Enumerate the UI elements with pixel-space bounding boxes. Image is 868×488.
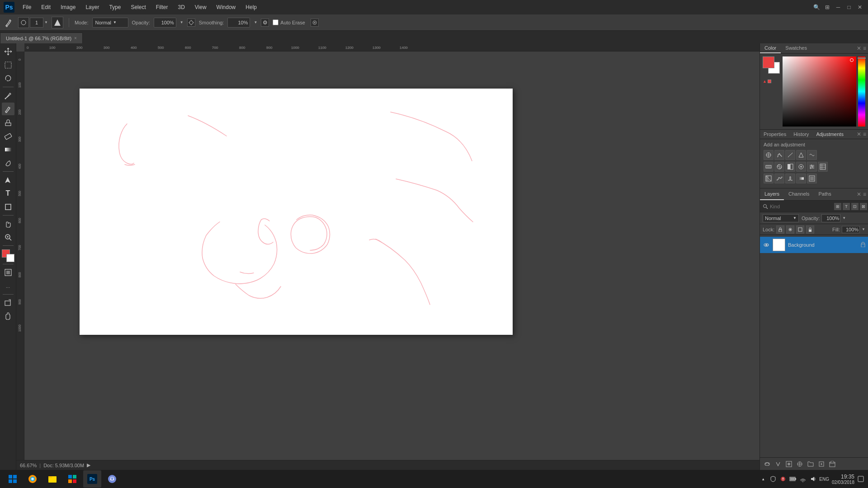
systray-lang[interactable]: ENG [819,477,829,482]
canvas-scroll-area[interactable] [24,52,760,470]
eraser-tool[interactable] [2,130,14,142]
layer-eye-background[interactable] [763,241,770,249]
canvas-document[interactable] [80,89,513,335]
layer-mask-btn[interactable] [784,460,793,469]
arrange-icon[interactable]: ⊞ [823,3,832,12]
layers-tab-layers[interactable]: Layers [760,188,784,200]
lasso-tool[interactable] [2,72,14,85]
rotate-view-btn[interactable] [2,296,14,309]
color-gradient-picker[interactable] [783,56,865,127]
opacity-chevron[interactable]: ▼ [180,20,184,24]
swatches-tab[interactable]: Swatches [781,43,811,53]
pen-tool[interactable] [2,89,14,102]
adj-levels[interactable] [774,150,784,160]
menu-view[interactable]: View [190,2,211,12]
smoothing-input[interactable] [227,18,250,28]
brush-size-input[interactable] [30,18,43,28]
menu-help[interactable]: Help [241,2,261,12]
opacity-input[interactable] [154,18,176,28]
systray-battery[interactable] [789,475,797,483]
new-group-btn[interactable] [806,460,815,469]
airbrush-toggle[interactable] [187,19,195,27]
color-saturation-brightness[interactable] [783,56,856,127]
adjustments-tab[interactable]: Adjustments [812,130,847,139]
search-icon[interactable]: 🔍 [812,3,821,12]
gradient-tool[interactable] [2,143,14,156]
new-layer-btn[interactable] [817,460,826,469]
systray-antivirus[interactable] [779,475,787,483]
menu-file[interactable]: File [18,2,36,12]
systray-expand[interactable]: ▲ [760,475,767,483]
stamp-tool[interactable] [2,116,14,129]
brush-shape-preview[interactable] [52,17,63,28]
fill-input[interactable] [842,226,860,233]
adj-photo-filter[interactable] [796,162,806,172]
layers-panel-close[interactable]: ✕ [857,191,861,197]
menu-window[interactable]: Window [212,2,241,12]
maximize-icon[interactable]: □ [844,3,854,12]
lock-pixels-btn[interactable] [776,225,784,234]
menu-3d[interactable]: 3D [173,2,189,12]
adj-exposure[interactable] [796,150,806,160]
menu-image[interactable]: Image [56,2,80,12]
notification-icon[interactable] [857,475,864,483]
layers-filter-kind[interactable]: ⊞ [834,203,841,210]
adjustment-layer-btn[interactable] [795,460,804,469]
status-arrow[interactable]: ▶ [87,462,90,468]
brush-size-chevron[interactable]: ▼ [44,20,48,24]
marquee-tool[interactable] [2,59,14,71]
layers-filter-btn2[interactable]: ⊡ [851,203,859,210]
opacity-input[interactable] [821,214,840,222]
taskbar-clock[interactable]: 19:35 02/03/2018 [832,474,854,485]
adj-panel-close[interactable]: ✕ [857,131,861,137]
menu-type[interactable]: Type [104,2,125,12]
layers-filter-btn3[interactable]: ⊠ [860,203,867,210]
color-panel-menu[interactable]: ≡ [863,45,866,52]
taskbar-photoshop[interactable]: Ps [83,470,101,488]
screen-mode-btn[interactable]: … [2,280,14,292]
delete-layer-btn[interactable] [828,460,837,469]
smoothing-settings-btn[interactable]: ⚙ [261,19,269,27]
adj-threshold[interactable] [785,174,795,183]
shape-tool[interactable] [2,201,14,213]
taskbar-store[interactable] [63,470,81,488]
menu-layer[interactable]: Layer [81,2,104,12]
adj-selective-color[interactable] [807,174,817,183]
path-select-tool[interactable] [2,174,14,186]
hand-tool[interactable] [2,217,14,230]
foreground-swatch[interactable] [763,56,774,68]
move-tool[interactable] [2,45,14,58]
menu-select[interactable]: Select [126,2,150,12]
auto-erase-checkbox[interactable] [273,19,278,25]
layers-search-input[interactable] [770,204,832,209]
opacity-chevron[interactable]: ▼ [842,216,846,220]
adj-color-balance[interactable] [774,162,784,172]
extra-options-btn[interactable] [311,19,319,27]
taskbar-discord[interactable] [103,470,121,488]
layer-effects-btn[interactable] [774,460,783,469]
adj-color-lookup[interactable] [818,162,828,172]
close-icon[interactable]: ✕ [855,3,864,12]
layers-tab-paths[interactable]: Paths [814,188,836,200]
blend-mode-dropdown[interactable]: Normal ▼ [763,214,799,222]
minimize-icon[interactable]: ─ [834,3,843,12]
brush-preview[interactable] [18,17,29,28]
systray-shield[interactable] [769,475,777,483]
layers-tab-channels[interactable]: Channels [784,188,814,200]
mask-mode-btn[interactable] [2,266,14,279]
windows-start-btn[interactable] [4,470,22,488]
mode-dropdown[interactable]: Normal ▼ [92,18,128,28]
taskbar-firefox[interactable] [24,470,42,488]
menu-edit[interactable]: Edit [37,2,55,12]
properties-tab[interactable]: Properties [760,130,790,139]
layers-filter-btn1[interactable]: T [843,203,850,210]
hue-slider[interactable] [858,56,865,127]
adj-panel-menu[interactable]: ≡ [863,131,866,137]
smoothing-chevron[interactable]: ▼ [254,20,257,24]
color-panel-close[interactable]: ✕ [857,45,861,52]
adj-hue-sat[interactable] [764,162,774,172]
layers-panel-menu[interactable]: ≡ [863,191,866,197]
zoom-tool[interactable] [2,231,14,244]
brush-tool[interactable] [2,103,14,115]
layer-item-background[interactable]: Background [760,237,868,253]
